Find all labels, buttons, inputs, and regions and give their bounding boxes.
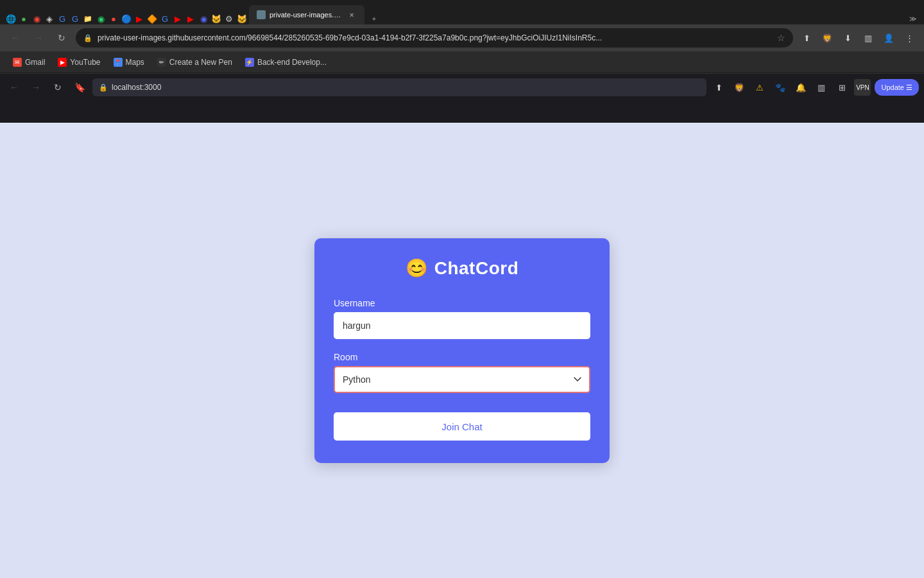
bookmark-codepen-label: Create a New Pen xyxy=(169,58,232,67)
tab-icon-13[interactable]: G xyxy=(159,13,171,24)
address-bar[interactable]: 🔒 private-user-images.githubusercontent.… xyxy=(76,28,793,48)
forward-button[interactable]: → xyxy=(30,29,47,47)
inner-shield-icon[interactable]: 🦁 xyxy=(731,79,748,96)
inner-back-button[interactable]: ← xyxy=(5,78,23,96)
bookmark-star-icon[interactable]: ☆ xyxy=(777,33,785,43)
inner-extra-icon1[interactable]: 🐾 xyxy=(772,79,789,96)
profile-button[interactable]: 👤 xyxy=(880,30,897,46)
bookmark-backend[interactable]: ⚡ Back-end Develop... xyxy=(240,56,332,69)
bookmark-youtube[interactable]: ▶ YouTube xyxy=(53,56,105,69)
active-tab-close[interactable]: ✕ xyxy=(346,10,357,20)
tab-icon-extend[interactable]: ≫ xyxy=(907,13,919,24)
tab-bar: 🌐 ● ◉ ◈ G G 📁 ◉ ● 🔵 ▶ 🔶 G ▶ ▶ ◉ 🐱 ⚙ 🐱 pr… xyxy=(0,0,924,24)
inner-url-text: localhost:3000 xyxy=(112,83,700,92)
chat-header: 😊 ChatCord xyxy=(334,258,590,279)
chatcord-logo-icon: 😊 xyxy=(406,258,428,279)
reload-button[interactable]: ↻ xyxy=(53,29,71,47)
tab-icon-9[interactable]: ● xyxy=(108,13,119,24)
menu-button[interactable]: ⋮ xyxy=(901,30,918,46)
tab-icon-more[interactable]: + xyxy=(368,13,380,24)
inner-reload-button[interactable]: ↻ xyxy=(49,78,67,96)
inner-nav-icons: ⬆ 🦁 ⚠ 🐾 🔔 ▥ ⊞ VPN Update ☰ xyxy=(710,79,919,96)
sidebar-button[interactable]: ▥ xyxy=(860,30,877,46)
share-button[interactable]: ⬆ xyxy=(798,30,815,46)
room-group: Room JavaScript Python PHP C# Ruby Go xyxy=(334,352,590,393)
extensions-button[interactable]: 🦁 xyxy=(819,30,835,46)
bookmark-backend-label: Back-end Develop... xyxy=(257,58,327,67)
tab-icon-1[interactable]: 🌐 xyxy=(5,13,17,24)
tab-icon-15[interactable]: ▶ xyxy=(185,13,196,24)
security-lock-icon: 🔒 xyxy=(83,34,92,42)
tab-icon-10[interactable]: 🔵 xyxy=(121,13,132,24)
inner-share-icon[interactable]: ⬆ xyxy=(710,79,727,96)
bookmark-gmail-label: Gmail xyxy=(25,58,45,67)
tab-icon-16[interactable]: ◉ xyxy=(198,13,209,24)
maps-favicon: 📍 xyxy=(114,58,123,67)
inner-vpn-icon[interactable]: VPN xyxy=(854,79,871,96)
inner-update-button[interactable]: Update ☰ xyxy=(875,79,919,96)
room-select[interactable]: JavaScript Python PHP C# Ruby Go xyxy=(334,366,590,393)
download-button[interactable]: ⬇ xyxy=(839,30,856,46)
inner-nav-bar: ← → ↻ 🔖 🔒 localhost:3000 ⬆ 🦁 ⚠ 🐾 🔔 ▥ ⊞ V… xyxy=(0,74,924,101)
username-label: Username xyxy=(334,298,590,308)
nav-right-icons: ⬆ 🦁 ⬇ ▥ 👤 ⋮ xyxy=(798,30,918,46)
tab-icon-6[interactable]: G xyxy=(69,13,81,24)
active-tab-favicon xyxy=(257,10,266,19)
chatcord-card: 😊 ChatCord Username Room JavaScript Pyth… xyxy=(314,238,610,463)
bookmark-gmail[interactable]: ✉ Gmail xyxy=(8,56,50,69)
youtube-favicon: ▶ xyxy=(58,58,67,67)
bookmark-maps-label: Maps xyxy=(126,58,144,67)
inner-sidebar-icon[interactable]: ▥ xyxy=(813,79,830,96)
tab-icon-2[interactable]: ● xyxy=(18,13,30,24)
inner-extra-icon2[interactable]: 🔔 xyxy=(792,79,809,96)
browser-chrome: 🌐 ● ◉ ◈ G G 📁 ◉ ● 🔵 ▶ 🔶 G ▶ ▶ ◉ 🐱 ⚙ 🐱 pr… xyxy=(0,0,924,123)
back-button[interactable]: ← xyxy=(6,29,24,47)
username-group: Username xyxy=(334,298,590,339)
page-content: 😊 ChatCord Username Room JavaScript Pyth… xyxy=(0,123,924,578)
tab-icon-11[interactable]: ▶ xyxy=(133,13,145,24)
bookmark-maps[interactable]: 📍 Maps xyxy=(108,56,150,69)
username-input[interactable] xyxy=(334,312,590,339)
inner-bookmarks-bar xyxy=(0,101,924,123)
inner-browser: ← → ↻ 🔖 🔒 localhost:3000 ⬆ 🦁 ⚠ 🐾 🔔 ▥ ⊞ V… xyxy=(0,73,924,123)
tab-icon-7[interactable]: 📁 xyxy=(82,13,94,24)
nav-bar: ← → ↻ 🔒 private-user-images.githubuserco… xyxy=(0,24,924,51)
active-tab[interactable]: private-user-images.gi... ✕ xyxy=(249,5,364,24)
join-chat-button[interactable]: Join Chat xyxy=(334,412,590,441)
gmail-favicon: ✉ xyxy=(13,58,22,67)
codepen-favicon: ✏ xyxy=(157,58,166,67)
inner-warning-icon[interactable]: ⚠ xyxy=(751,79,768,96)
tab-icon-4[interactable]: ◈ xyxy=(44,13,55,24)
room-label: Room xyxy=(334,352,590,362)
tab-icon-12[interactable]: 🔶 xyxy=(146,13,158,24)
tab-icon-19[interactable]: 🐱 xyxy=(236,13,248,24)
bookmark-codepen[interactable]: ✏ Create a New Pen xyxy=(152,56,237,69)
inner-bookmark-button[interactable]: 🔖 xyxy=(71,78,89,96)
bookmark-youtube-label: YouTube xyxy=(70,58,100,67)
inner-forward-button[interactable]: → xyxy=(27,78,45,96)
tab-icon-3[interactable]: ◉ xyxy=(31,13,42,24)
active-tab-title: private-user-images.gi... xyxy=(270,11,343,19)
chatcord-title: ChatCord xyxy=(434,258,519,279)
tab-icon-5[interactable]: G xyxy=(56,13,68,24)
tab-icon-17[interactable]: 🐱 xyxy=(210,13,222,24)
backend-favicon: ⚡ xyxy=(245,58,254,67)
tab-icon-8[interactable]: ◉ xyxy=(95,13,107,24)
inner-address-bar[interactable]: 🔒 localhost:3000 xyxy=(92,78,706,96)
bookmarks-bar: ✉ Gmail ▶ YouTube 📍 Maps ✏ Create a New … xyxy=(0,51,924,73)
tab-icon-18[interactable]: ⚙ xyxy=(223,13,235,24)
url-text: private-user-images.githubusercontent.co… xyxy=(98,33,772,42)
inner-security-icon: 🔒 xyxy=(99,83,108,92)
tab-icon-14[interactable]: ▶ xyxy=(172,13,184,24)
inner-panel-icon[interactable]: ⊞ xyxy=(834,79,850,96)
